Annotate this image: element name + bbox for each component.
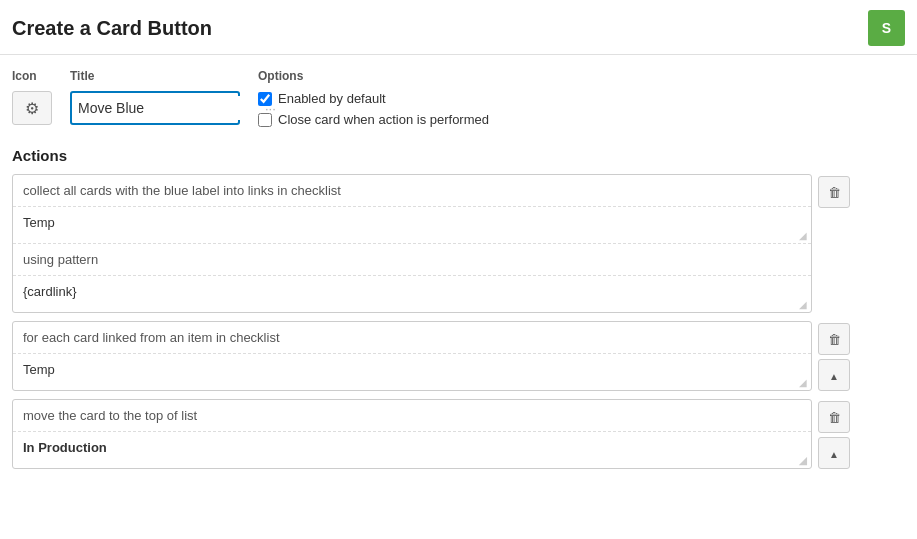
action-block-2: for each card linked from an item in che… bbox=[12, 321, 905, 391]
action-card-2: for each card linked from an item in che… bbox=[12, 321, 812, 391]
option-close-row[interactable]: Close card when action is performed bbox=[258, 112, 489, 127]
action-desc-3: for each card linked from an item in che… bbox=[13, 322, 811, 354]
action-desc-4: move the card to the top of list bbox=[13, 400, 811, 432]
up-icon-2 bbox=[829, 367, 839, 383]
actions-section: Actions collect all cards with the blue … bbox=[0, 147, 917, 489]
trash-icon-2 bbox=[828, 331, 841, 347]
option-close-label: Close card when action is performed bbox=[278, 112, 489, 127]
actions-label: Actions bbox=[12, 147, 905, 164]
options-group: Options Enabled by default Close card wh… bbox=[258, 69, 489, 127]
action-desc-1: collect all cards with the blue label in… bbox=[13, 175, 811, 207]
action-block-3: move the card to the top of list In Prod… bbox=[12, 399, 905, 469]
gear-icon: ⚙ bbox=[25, 99, 39, 118]
options-list: Enabled by default Close card when actio… bbox=[258, 91, 489, 127]
page-header: Create a Card Button S bbox=[0, 0, 917, 55]
action-card-3: move the card to the top of list In Prod… bbox=[12, 399, 812, 469]
resize-handle-1: ◢ bbox=[799, 230, 807, 241]
action-desc-2: using pattern bbox=[13, 243, 811, 276]
move-up-action-2-button[interactable] bbox=[818, 359, 850, 391]
icon-group: Icon ⚙ bbox=[12, 69, 52, 125]
delete-action-1-button[interactable] bbox=[818, 176, 850, 208]
up-icon-3 bbox=[829, 445, 839, 461]
trash-icon-3 bbox=[828, 409, 841, 425]
action-value-2: {cardlink} ◢ bbox=[13, 276, 811, 312]
title-input-wrap: ··· bbox=[70, 91, 240, 125]
resize-handle-2: ◢ bbox=[799, 299, 807, 310]
title-input[interactable] bbox=[72, 96, 259, 120]
title-label: Title bbox=[70, 69, 240, 83]
delete-action-3-button[interactable] bbox=[818, 401, 850, 433]
trash-icon bbox=[828, 184, 841, 200]
action-buttons-3 bbox=[818, 399, 850, 469]
form-section: Icon ⚙ Title ··· Options Enabled by defa… bbox=[0, 55, 917, 147]
move-up-action-3-button[interactable] bbox=[818, 437, 850, 469]
delete-action-2-button[interactable] bbox=[818, 323, 850, 355]
action-block-1: collect all cards with the blue label in… bbox=[12, 174, 905, 313]
option-enabled-label: Enabled by default bbox=[278, 91, 386, 106]
resize-handle-3: ◢ bbox=[799, 377, 807, 388]
action-card-1: collect all cards with the blue label in… bbox=[12, 174, 812, 313]
action-value-4: In Production ◢ bbox=[13, 432, 811, 468]
icon-picker-button[interactable]: ⚙ bbox=[12, 91, 52, 125]
action-value-1: Temp ◢ bbox=[13, 207, 811, 243]
action-buttons-2 bbox=[818, 321, 850, 391]
icon-label: Icon bbox=[12, 69, 52, 83]
action-buttons-1 bbox=[818, 174, 850, 208]
option-close-checkbox[interactable] bbox=[258, 113, 272, 127]
field-row: Icon ⚙ Title ··· Options Enabled by defa… bbox=[12, 69, 905, 127]
action-value-3: Temp ◢ bbox=[13, 354, 811, 390]
option-enabled-checkbox[interactable] bbox=[258, 92, 272, 106]
option-enabled-row[interactable]: Enabled by default bbox=[258, 91, 489, 106]
resize-handle-4: ◢ bbox=[799, 455, 807, 466]
title-group: Title ··· bbox=[70, 69, 240, 125]
options-label: Options bbox=[258, 69, 489, 83]
page-title: Create a Card Button bbox=[12, 17, 212, 40]
save-button[interactable]: S bbox=[868, 10, 905, 46]
